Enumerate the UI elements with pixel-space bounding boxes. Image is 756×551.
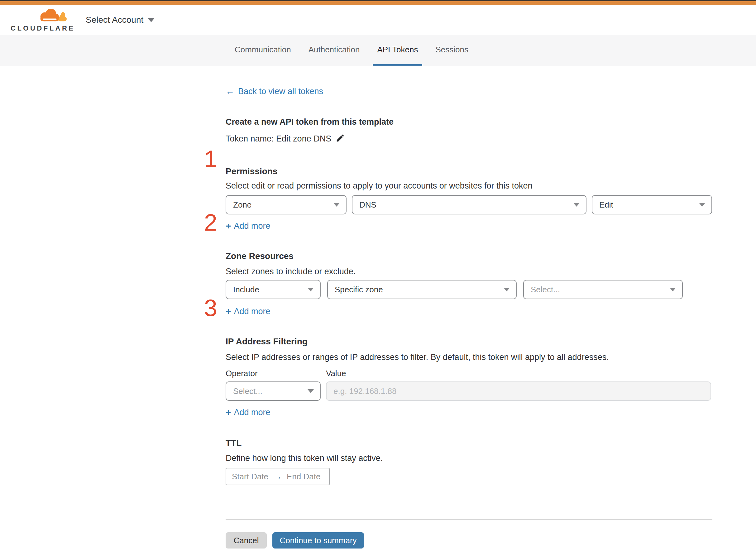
end-date-placeholder: End Date [287, 472, 320, 482]
edit-pencil-icon[interactable] [335, 133, 345, 144]
cloudflare-wordmark: CLOUDFLARE [11, 24, 69, 32]
back-arrow-icon: ← [226, 86, 234, 96]
chevron-down-icon [670, 288, 676, 292]
chevron-down-icon [307, 288, 314, 292]
ttl-date-range-picker[interactable]: Start Date → End Date [226, 468, 330, 485]
continue-to-summary-button[interactable]: Continue to summary [272, 532, 364, 549]
step-marker-3: 3 [201, 296, 221, 320]
start-date-placeholder: Start Date [232, 472, 268, 482]
tab-list: Communication Authentication API Tokens … [230, 35, 756, 66]
app-header: CLOUDFLARE Select Account [0, 5, 756, 35]
zone-operator-value: Include [233, 285, 259, 295]
zone-resources-add-more-link[interactable]: + Add more [226, 306, 270, 317]
zone-type-select[interactable]: Specific zone [327, 280, 517, 299]
ttl-description: Define how long this token will stay act… [226, 454, 712, 465]
token-form: 1 2 3 ← Back to view all tokens Create a… [226, 86, 712, 551]
back-link-label: Back to view all tokens [238, 87, 323, 96]
zone-resources-description: Select zones to include or exclude. [226, 267, 712, 278]
plus-icon: + [226, 408, 231, 417]
operator-label: Operator [226, 369, 326, 379]
page-title: Create a new API token from this templat… [226, 117, 712, 128]
ip-filtering-row: Select... [226, 382, 712, 401]
ip-filtering-labels: Operator Value [226, 369, 712, 379]
permission-access-value: Edit [599, 200, 613, 210]
step-marker-2: 2 [201, 211, 221, 234]
token-name-row: Token name: Edit zone DNS [226, 133, 712, 145]
chevron-down-icon [573, 203, 580, 207]
zone-type-value: Specific zone [335, 285, 383, 295]
back-to-tokens-link[interactable]: ← Back to view all tokens [226, 86, 323, 97]
permissions-add-more-link[interactable]: + Add more [226, 221, 270, 231]
tab-api-tokens[interactable]: API Tokens [373, 35, 422, 66]
permission-service-select[interactable]: DNS [352, 195, 587, 214]
plus-icon: + [226, 221, 231, 230]
permissions-row: Zone DNS Edit [226, 195, 712, 214]
chevron-down-icon [333, 203, 340, 207]
zone-operator-select[interactable]: Include [226, 280, 321, 299]
permission-service-value: DNS [359, 200, 376, 210]
chevron-down-icon [504, 288, 510, 292]
right-arrow-icon: → [273, 472, 282, 482]
plus-icon: + [226, 307, 231, 316]
chevron-down-icon [307, 389, 314, 393]
step-marker-1: 1 [201, 147, 221, 171]
token-name-text: Token name: Edit zone DNS [226, 134, 331, 144]
cancel-button[interactable]: Cancel [226, 532, 267, 549]
account-selector[interactable]: Select Account [86, 5, 154, 35]
permission-scope-select[interactable]: Zone [226, 195, 346, 214]
cloudflare-logo[interactable]: CLOUDFLARE [11, 7, 69, 32]
footer-actions: Cancel Continue to summary [226, 532, 712, 549]
profile-tabstrip: Communication Authentication API Tokens … [0, 35, 756, 66]
top-accent-bar-orange [0, 1, 756, 5]
chevron-down-icon [699, 203, 705, 207]
zone-resources-heading: Zone Resources [226, 251, 712, 262]
value-label: Value [326, 369, 346, 379]
ip-value-input[interactable] [326, 382, 711, 401]
account-selector-label: Select Account [86, 15, 143, 25]
footer-divider [226, 519, 712, 520]
permissions-heading: Permissions [226, 166, 712, 178]
add-more-label: Add more [234, 307, 270, 316]
tab-sessions[interactable]: Sessions [431, 35, 473, 66]
tab-communication[interactable]: Communication [230, 35, 295, 66]
zone-resources-row: Include Specific zone Select... [226, 280, 712, 299]
ip-operator-select[interactable]: Select... [226, 382, 321, 401]
add-more-label: Add more [234, 221, 270, 231]
tab-authentication[interactable]: Authentication [304, 35, 364, 66]
permission-scope-value: Zone [233, 200, 251, 210]
ip-filtering-heading: IP Address Filtering [226, 337, 712, 348]
ip-filtering-description: Select IP addresses or ranges of IP addr… [226, 353, 712, 364]
permissions-description: Select edit or read permissions to apply… [226, 181, 712, 192]
cloudflare-cloud-icon [37, 7, 67, 23]
zone-name-placeholder: Select... [531, 285, 560, 295]
ttl-heading: TTL [226, 438, 712, 449]
ip-operator-placeholder: Select... [233, 387, 262, 396]
zone-name-select[interactable]: Select... [523, 280, 683, 299]
add-more-label: Add more [234, 408, 270, 417]
permission-access-select[interactable]: Edit [592, 195, 712, 214]
ip-filtering-add-more-link[interactable]: + Add more [226, 407, 270, 418]
chevron-down-icon [148, 18, 154, 22]
